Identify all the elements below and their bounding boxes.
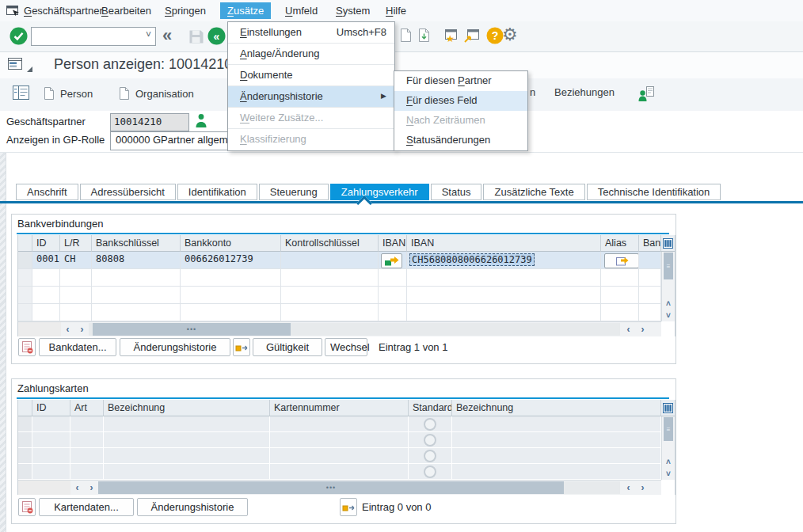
submenu-item-statusaenderungen[interactable]: Statusänderungen [394,131,527,150]
standard-radio[interactable] [424,418,436,431]
table-cell[interactable] [32,464,70,480]
table-cell[interactable] [639,304,661,321]
tab-zusaetzliche-texte[interactable]: Zusätzliche Texte [483,184,584,200]
table-row[interactable] [18,432,675,448]
print-page-icon[interactable] [400,28,412,45]
table-cell[interactable] [639,252,661,269]
help-icon[interactable]: ? [486,27,504,47]
table-cell[interactable] [379,287,407,304]
table-cell[interactable] [452,448,661,464]
download-page-icon[interactable] [418,28,430,45]
partner-number-field[interactable]: 10014210 [110,113,189,131]
menubar-item-springen[interactable]: Springen [158,2,213,19]
relationships-person-icon[interactable] [638,86,655,101]
standard-radio[interactable] [424,466,436,478]
submenu-item-fuer-dieses-feld[interactable]: Für dieses Feld [394,91,527,111]
scroll-right-icon[interactable]: › [75,322,89,336]
scroll-left-icon[interactable]: ‹ [61,322,74,336]
card-sort-icon-button[interactable] [340,498,357,516]
scroll-right-icon[interactable]: › [636,322,649,336]
bank-aenderungshistorie-button[interactable]: Änderungshistorie [120,338,230,356]
table-row[interactable]: 0001CH80808006626012739CH568080800662601… [18,252,675,269]
table-cell[interactable] [601,287,639,304]
table-cell[interactable]: 006626012739 [181,252,281,269]
locator-toggle-icon[interactable] [13,86,30,101]
create-person-button[interactable]: Person [44,86,93,101]
hscroll-thumb[interactable]: ••• [98,481,564,494]
gueltigkeit-button[interactable]: Gültigkeit [253,338,322,356]
table-cell[interactable] [70,416,104,432]
scroll-down-icon[interactable]: ˅ [662,310,675,321]
table-cell[interactable] [409,432,452,448]
column-header-iban[interactable]: IBAN [407,235,601,252]
table-cell[interactable] [104,464,270,480]
vertical-scrollbar[interactable]: ≡˄˅ [661,252,675,321]
table-cell[interactable] [32,304,60,321]
table-row[interactable] [18,448,675,464]
table-cell[interactable] [281,269,379,287]
save-icon[interactable] [188,29,204,47]
kartendaten-button[interactable]: Kartendaten... [39,498,134,516]
table-cell[interactable] [639,287,661,304]
table-cell[interactable] [601,269,639,287]
table-row[interactable] [18,269,675,287]
hscroll-thumb[interactable]: ••• [93,323,291,336]
table-cell[interactable] [270,416,409,432]
tab-anschrift[interactable]: Anschrift [16,184,78,200]
table-cell[interactable] [70,448,104,464]
enter-check-icon[interactable] [10,27,28,48]
table-cell[interactable] [407,304,601,321]
table-cell[interactable] [452,432,661,448]
standard-radio[interactable] [424,450,436,462]
column-header-iban[interactable]: IBAN [379,235,407,252]
table-cell[interactable]: 80808 [92,252,181,269]
table-cell[interactable] [270,432,409,448]
table-cell[interactable] [281,287,379,304]
table-cell[interactable] [104,432,270,448]
table-settings-button[interactable] [661,400,675,416]
iban-value-selected[interactable]: CH5680808006626012739 [409,253,535,266]
table-cell[interactable] [32,448,70,464]
menubar-item-bearbeiten[interactable]: Bearbeiten [94,2,158,19]
column-header-bank[interactable]: Bank [639,235,661,252]
menubar-item-umfeld[interactable]: Umfeld [278,2,325,19]
table-cell[interactable] [104,448,270,464]
column-header-id[interactable]: ID [32,235,60,252]
table-cell[interactable] [379,252,407,269]
table-cell[interactable] [407,287,601,304]
table-cell[interactable]: CH5680808006626012739 [407,252,601,269]
horizontal-scrollbar[interactable]: •••‹›‹› [18,480,661,495]
menu-item-klassifizierung[interactable]: Klassifizierung [228,129,394,150]
splitter-handle[interactable] [0,153,6,532]
table-cell[interactable] [70,464,104,480]
back-icon[interactable]: « [162,25,172,46]
table-cell[interactable] [452,416,661,432]
column-header-bezeichnung[interactable]: Bezeichnung [104,400,270,416]
scroll-right-icon[interactable]: › [636,481,649,495]
card-aenderungshistorie-button[interactable]: Änderungshistorie [137,498,248,516]
table-cell[interactable] [92,304,181,321]
tab-adressuebersicht[interactable]: Adressübersicht [80,184,176,200]
services-for-object-icon[interactable] [8,58,24,74]
menu-item-einstellungen[interactable]: EinstellungenUmsch+F8 [228,22,394,44]
menubar-item-zusaetze[interactable]: Zusätze [220,2,271,19]
column-header-bankschluessel[interactable]: Bankschlüssel [92,235,181,252]
vertical-scrollbar[interactable]: ≡˄˅ [661,416,675,480]
table-cell[interactable] [92,287,181,304]
table-cell[interactable] [379,304,407,321]
table-cell[interactable]: CH [60,252,92,269]
menu-item-aenderungshistorie[interactable]: Änderungshistorie▶ [228,86,394,108]
table-row[interactable] [18,416,675,432]
table-cell[interactable] [181,269,281,287]
create-shortcut-icon[interactable] [462,28,481,46]
table-row[interactable] [18,287,675,304]
table-cell[interactable] [409,416,452,432]
table-settings-button[interactable] [661,235,675,252]
create-organisation-button[interactable]: Organisation [119,86,194,101]
vscroll-thumb[interactable]: ≡ [664,253,673,279]
standard-radio[interactable] [424,434,436,446]
menu-item-dokumente[interactable]: Dokumente [228,65,394,86]
table-cell[interactable] [407,269,601,287]
tab-status[interactable]: Status [431,184,482,200]
table-cell[interactable] [70,432,104,448]
